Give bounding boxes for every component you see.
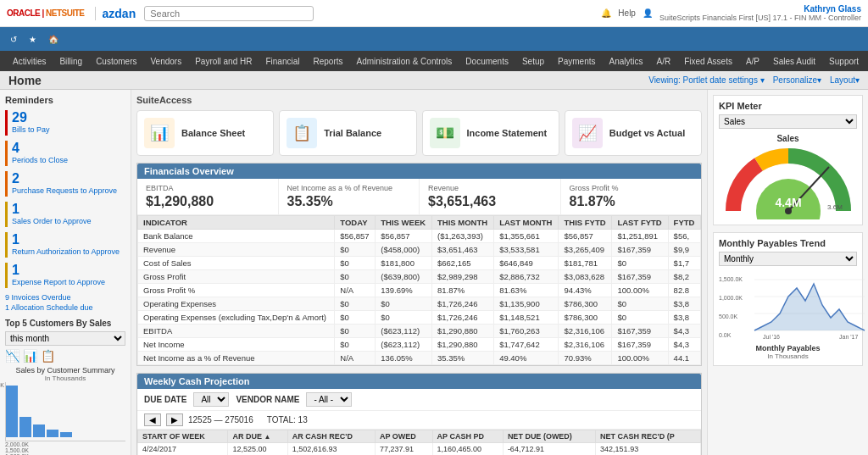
col-last-fytd: LAST FYTD	[612, 216, 668, 230]
table-cell: 100.00%	[612, 352, 668, 365]
y-label-2000: 2,000K	[0, 382, 4, 388]
menu-payments[interactable]: Payments	[552, 54, 601, 69]
table-cell: Net Income	[138, 338, 335, 352]
table-cell: $0	[612, 257, 668, 270]
table-cell: $0	[335, 338, 376, 352]
kpi-net-income-pct-label: Net Income as a % of Revenue	[287, 184, 411, 192]
table-row: Net Income as a % of RevenueN/A136.05%35…	[138, 352, 701, 365]
svg-text:Jul '16: Jul '16	[763, 334, 780, 339]
bar-5	[60, 432, 72, 437]
menu-setup[interactable]: Setup	[516, 54, 550, 69]
prev-button[interactable]: ◀	[144, 413, 161, 426]
income-statement-icon: 💵	[430, 118, 460, 148]
suite-card-trial-balance[interactable]: 📋 Trial Balance	[279, 110, 416, 156]
menu-support[interactable]: Support	[823, 54, 865, 69]
help-icon[interactable]: 🔔	[601, 8, 611, 18]
top5-dropdown[interactable]: this month	[5, 331, 125, 346]
reminder-bar-yellow2	[5, 232, 8, 258]
next-button[interactable]: ▶	[166, 413, 183, 426]
search-input[interactable]	[144, 6, 314, 21]
viewing-settings[interactable]: Viewing: Portlet date settings ▾	[648, 75, 765, 85]
reminder-purchase-number: 2	[12, 171, 117, 186]
suite-card-income-statement[interactable]: 💵 Income Statement	[422, 110, 559, 156]
table-cell: $3,265,409	[559, 243, 612, 257]
menu-analytics[interactable]: Analytics	[604, 54, 649, 69]
gauge-svg: 4.4M 3.6M	[721, 143, 856, 219]
menu-bar: Activities Billing Customers Vendors Pay…	[0, 51, 868, 71]
line-chart-icon[interactable]: 📉	[5, 349, 19, 363]
menu-reports[interactable]: Reports	[308, 54, 349, 69]
sales-bar-chart: 2,000K	[5, 382, 125, 441]
income-statement-label: Income Statement	[467, 127, 548, 139]
mp-chart-sub: In Thousands	[719, 352, 857, 360]
table-cell: $9,9	[668, 243, 700, 257]
table-cell: Revenue	[138, 243, 335, 257]
reminder-purchase-label[interactable]: Purchase Requests to Approve	[12, 186, 117, 195]
reminder-periods-label[interactable]: Periods to Close	[12, 156, 68, 164]
table-cell: 100.00%	[612, 284, 668, 297]
table-icon[interactable]: 📋	[41, 349, 55, 363]
menu-customers[interactable]: Customers	[90, 54, 142, 69]
sales-chart-sub: In Thousands	[5, 375, 125, 382]
table-cell: $0	[376, 297, 432, 311]
menu-fixed-assets[interactable]: Fixed Assets	[678, 54, 738, 69]
layout-button[interactable]: Layout▾	[830, 75, 860, 85]
suite-card-budget-vs-actual[interactable]: 📈 Budget vs Actual	[565, 110, 702, 156]
budget-vs-actual-icon: 📈	[572, 118, 603, 148]
table-cell: $56,857	[559, 230, 612, 243]
menu-payroll[interactable]: Payroll and HR	[189, 54, 258, 69]
vendor-dropdown[interactable]: - All -	[306, 392, 352, 407]
menu-documents[interactable]: Documents	[459, 54, 515, 69]
help-label[interactable]: Help	[618, 8, 636, 18]
menu-activities[interactable]: Activities	[7, 54, 52, 69]
reminder-sales-label[interactable]: Sales Order to Approve	[12, 217, 92, 225]
cash-col-ar-cash: AR CASH REC'D	[287, 430, 375, 443]
suite-card-balance-sheet[interactable]: 📊 Balance Sheet	[136, 110, 274, 156]
menu-sales-audit[interactable]: Sales Audit	[767, 54, 821, 69]
reminder-bar-orange1	[5, 141, 8, 166]
col-last-month: LAST MONTH	[494, 216, 559, 230]
cash-col-ar-due: AR DUE ▲	[228, 430, 287, 443]
sales-chart: Sales by Customer Summary In Thousands 2…	[5, 366, 125, 455]
home-icon[interactable]: 🏠	[45, 33, 62, 46]
svg-text:1,500.0K: 1,500.0K	[719, 276, 743, 282]
bookmark-icon[interactable]: ★	[25, 33, 40, 46]
menu-financial[interactable]: Financial	[259, 54, 305, 69]
due-date-dropdown[interactable]: All	[193, 392, 229, 407]
table-cell: $181,781	[559, 257, 612, 270]
table-cell: 77,237.91	[375, 443, 432, 456]
menu-ap[interactable]: A/P	[740, 54, 765, 69]
reminder-purchase: 2 Purchase Requests to Approve	[5, 171, 125, 197]
table-cell: N/A	[335, 352, 376, 365]
table-cell: $2,316,106	[559, 338, 612, 352]
table-cell: $167,359	[612, 270, 668, 284]
bar-chart-icon[interactable]: 📊	[23, 349, 37, 363]
kpi-dropdown[interactable]: Sales	[719, 114, 857, 129]
table-cell: $167,359	[612, 325, 668, 338]
reminder-return-label[interactable]: Return Authorization to Approve	[12, 247, 120, 256]
menu-billing[interactable]: Billing	[53, 54, 88, 69]
svg-text:500.0K: 500.0K	[719, 314, 738, 319]
kpi-net-income-pct-value: 35.35%	[287, 194, 411, 209]
reminder-bills-label[interactable]: Bills to Pay	[12, 125, 50, 134]
cash-col-ap-cash: AP CASH PD	[432, 430, 503, 443]
search-bar[interactable]	[144, 6, 314, 21]
reminder-expense-label[interactable]: Expense Report to Approve	[12, 278, 105, 286]
menu-vendors[interactable]: Vendors	[145, 54, 188, 69]
reminder-bar-yellow1	[5, 202, 8, 227]
reminder-expense: 1 Expense Report to Approve	[5, 263, 125, 288]
nav-row: ◀ ▶ 12525 — 275016 TOTAL: 13	[137, 411, 701, 430]
table-cell: 81.87%	[432, 284, 494, 297]
menu-admin[interactable]: Administration & Controls	[351, 54, 459, 69]
refresh-icon[interactable]: ↺	[7, 33, 20, 46]
trial-balance-icon: 📋	[287, 118, 317, 148]
invoices-overdue-link[interactable]: 9 Invoices Overdue	[5, 293, 125, 302]
table-row: 4/24/201712,525.001,502,616.9377,237.911…	[138, 443, 701, 456]
mp-dropdown[interactable]: Monthly	[719, 252, 857, 266]
table-row: Gross Profit %N/A139.69%81.87%81.63%94.4…	[138, 284, 701, 297]
allocation-schedule-link[interactable]: 1 Allocation Schedule due	[5, 303, 125, 312]
menu-ar[interactable]: A/R	[651, 54, 677, 69]
financials-overview: Financials Overview EBITDA $1,290,880 Ne…	[136, 163, 702, 366]
personalize-button[interactable]: Personalize▾	[773, 75, 821, 85]
table-row: Bank Balance$56,857$56,857($1,263,393)$1…	[138, 230, 701, 243]
